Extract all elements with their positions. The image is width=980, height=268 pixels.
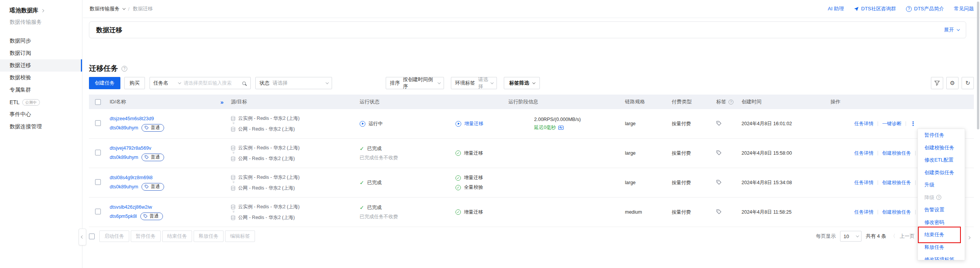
refresh-button[interactable]: ↻ bbox=[962, 77, 974, 89]
filter-button[interactable] bbox=[931, 77, 943, 89]
select-all-checkbox[interactable] bbox=[89, 234, 95, 239]
topbar-link[interactable]: ? DTS产品简介 bbox=[906, 5, 944, 12]
sort-select[interactable]: 排序 按创建时间倒序 bbox=[386, 77, 444, 89]
latency-text[interactable]: 延迟0毫秒 bbox=[534, 124, 556, 131]
page-title: 数据迁移 bbox=[96, 26, 122, 34]
action-link[interactable]: 创建校验任务 bbox=[882, 150, 911, 157]
env-tag-select[interactable]: 环境标签 请选择 bbox=[451, 77, 497, 89]
action-separator bbox=[906, 121, 906, 126]
menu-item-创建类似任务[interactable]: 创建类似任务 bbox=[918, 167, 965, 179]
search-input[interactable] bbox=[184, 80, 237, 86]
action-link[interactable]: 一键诊断 bbox=[882, 121, 901, 127]
header-run-status: 运行状态 bbox=[357, 98, 452, 105]
batch-button-结束任务[interactable]: 结束任务 bbox=[162, 230, 192, 242]
gear-icon: ⚙ bbox=[950, 80, 955, 87]
task-name-link[interactable]: dts6pm5pk8l bbox=[110, 214, 137, 219]
tag-icon[interactable] bbox=[716, 150, 722, 155]
help-icon[interactable]: ? bbox=[728, 100, 733, 105]
expand-button[interactable]: 展开 bbox=[944, 26, 959, 33]
topbar-link[interactable]: DTS社区咨询群 bbox=[854, 5, 896, 12]
batch-button-释放任务[interactable]: 释放任务 bbox=[194, 230, 224, 242]
action-link[interactable]: 任务详情 bbox=[854, 121, 873, 127]
prev-page-button[interactable]: 上一页 bbox=[899, 233, 914, 240]
sidebar-item-数据订阅[interactable]: 数据订阅 bbox=[0, 47, 82, 59]
sidebar-product-switcher[interactable]: 瑶池数据库 bbox=[0, 7, 82, 14]
sidebar-item-label: 事件中心 bbox=[10, 111, 31, 118]
row-checkbox[interactable] bbox=[95, 150, 101, 155]
batch-button-启动任务[interactable]: 启动任务 bbox=[99, 230, 129, 242]
health-monitor-icon[interactable] bbox=[558, 126, 564, 130]
status-filter-select[interactable]: 状态 请选择 bbox=[255, 77, 332, 89]
menu-item-告警设置[interactable]: 告警设置 bbox=[918, 204, 965, 216]
task-name-link[interactable]: dts0k89uhym bbox=[110, 184, 138, 190]
menu-item-升级[interactable]: 升级 bbox=[918, 179, 965, 191]
action-separator bbox=[878, 121, 878, 126]
menu-item-创建校验任务[interactable]: 创建校验任务 bbox=[918, 142, 965, 154]
settings-button[interactable]: ⚙ bbox=[946, 77, 959, 89]
menu-scrollbar[interactable] bbox=[977, 2, 979, 129]
search-button[interactable] bbox=[237, 77, 250, 89]
menu-item-释放任务[interactable]: 释放任务 bbox=[918, 241, 965, 254]
header-stage-info: 运行阶段信息 bbox=[452, 98, 622, 105]
tag-icon[interactable] bbox=[716, 209, 722, 214]
sidebar-item-专属集群[interactable]: 专属集群 bbox=[0, 84, 82, 96]
breadcrumb-root[interactable]: 数据传输服务 bbox=[90, 5, 125, 12]
action-link[interactable]: 任务详情 bbox=[854, 180, 873, 186]
tag-icon[interactable] bbox=[716, 121, 722, 126]
menu-item-暂停任务[interactable]: 暂停任务 bbox=[918, 129, 965, 142]
target-endpoint: 公网 - Redis - 华东2 (上海) bbox=[238, 214, 295, 221]
buy-button[interactable]: 购买 bbox=[124, 77, 145, 89]
row-checkbox[interactable] bbox=[95, 179, 101, 185]
action-link[interactable]: 任务详情 bbox=[854, 150, 873, 157]
select-all-checkbox[interactable] bbox=[95, 99, 101, 105]
tag-icon[interactable] bbox=[716, 180, 722, 185]
sidebar-item-数据校验[interactable]: 数据校验 bbox=[0, 72, 82, 84]
task-name-link[interactable]: dts0k89uhym bbox=[110, 125, 138, 131]
action-separator bbox=[878, 210, 878, 214]
database-icon bbox=[231, 204, 235, 209]
menu-item-修改ETL配置[interactable]: 修改ETL配置 bbox=[918, 154, 965, 167]
batch-button-暂停任务[interactable]: 暂停任务 bbox=[131, 230, 161, 242]
source-endpoint: 云实例 - Redis - 华东2 (上海) bbox=[238, 174, 299, 181]
batch-button-编辑标签[interactable]: 编辑标签 bbox=[225, 230, 255, 242]
sidebar-item-数据同步[interactable]: 数据同步 bbox=[0, 35, 82, 47]
menu-item-修改密码[interactable]: 修改密码 bbox=[918, 216, 965, 229]
action-link[interactable]: 任务详情 bbox=[854, 209, 873, 216]
row-actions: 任务详情一键诊断⋮ bbox=[827, 120, 974, 127]
per-page-select[interactable]: 10 bbox=[840, 231, 862, 242]
search-type-select[interactable]: 任务名 bbox=[150, 80, 184, 87]
topbar-link[interactable]: AI 助理 bbox=[828, 5, 844, 12]
menu-item-结束任务[interactable]: 结束任务 bbox=[918, 229, 965, 241]
expand-columns-icon[interactable]: » bbox=[216, 99, 228, 105]
row-checkbox[interactable] bbox=[95, 209, 101, 214]
sidebar-item-数据连接管理[interactable]: 数据连接管理 bbox=[0, 121, 82, 133]
status-note: 已完成任务不收费 bbox=[360, 155, 452, 161]
section-head: 迁移任务 ? bbox=[89, 64, 127, 74]
action-link[interactable]: 创建校验任务 bbox=[882, 180, 911, 186]
refresh-icon: ↻ bbox=[965, 80, 970, 87]
next-page-button[interactable] bbox=[968, 234, 970, 240]
task-id-link[interactable]: dtsjzee45m6s8t23d9 bbox=[110, 116, 154, 121]
chevron-down-icon bbox=[178, 81, 181, 84]
topbar-link[interactable]: 常见问题 bbox=[954, 5, 974, 12]
sidebar-item-事件中心[interactable]: 事件中心 bbox=[0, 108, 82, 121]
task-id-link[interactable]: dtsjvej4792r8a569v bbox=[110, 145, 151, 151]
more-actions-button[interactable]: ⋮ bbox=[910, 120, 916, 127]
tag-filter-button[interactable]: 标签筛选 bbox=[504, 77, 540, 89]
source-endpoint: 云实例 - Redis - 华东2 (上海) bbox=[238, 145, 299, 151]
sidebar-item-数据迁移[interactable]: 数据迁移 bbox=[0, 59, 82, 72]
task-name-link[interactable]: dts0k89uhym bbox=[110, 155, 138, 160]
task-id-link[interactable]: dtsl08s4g9rz8m69i8 bbox=[110, 175, 153, 180]
status-text: 已完成 bbox=[367, 180, 382, 186]
task-id-link[interactable]: dtsvslb426zj86w2iw bbox=[110, 204, 152, 210]
sidebar-item-ETL[interactable]: ETL 公测中 bbox=[0, 96, 82, 108]
help-icon[interactable]: ? bbox=[122, 66, 127, 72]
row-checkbox[interactable] bbox=[95, 120, 101, 126]
menu-item-修改环境标签[interactable]: 修改环境标签 bbox=[918, 253, 965, 260]
created-time-cell: 2024年4月8日 15:34:08 bbox=[738, 180, 827, 186]
menu-item-label: 修改ETL配置 bbox=[924, 157, 954, 163]
action-link[interactable]: 创建校验任务 bbox=[882, 209, 911, 216]
create-task-button[interactable]: 创建任务 bbox=[89, 77, 120, 89]
stage-metrics: 2.00RPS/(0.000MB/s) 延迟0毫秒 bbox=[534, 117, 581, 131]
sidebar-collapse-handle[interactable] bbox=[79, 229, 86, 245]
